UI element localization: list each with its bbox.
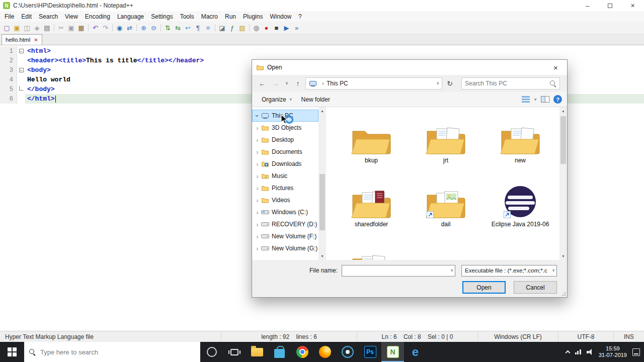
menu-file[interactable]: File (1, 11, 18, 22)
open-button[interactable]: Open (462, 281, 506, 294)
network-icon[interactable] (575, 349, 581, 354)
chevron-collapsed-icon[interactable]: › (254, 185, 261, 192)
scroll-down-icon[interactable]: ▼ (559, 252, 567, 260)
menu-plugins[interactable]: Plugins (239, 11, 266, 22)
sync-horizontal-scroll-icon[interactable]: ⇆ (173, 23, 183, 33)
file-name-input[interactable] (342, 267, 450, 274)
volume-icon[interactable] (587, 349, 593, 355)
preview-pane-button[interactable] (541, 96, 549, 103)
menu-tools[interactable]: Tools (177, 11, 198, 22)
taskbar-edge-button[interactable]: e (404, 342, 427, 362)
taskbar-search[interactable] (24, 342, 200, 362)
taskbar-clock[interactable]: 15:59 31-07-2019 (599, 345, 627, 358)
task-view-button[interactable] (223, 342, 246, 362)
up-button[interactable]: ↑ (292, 77, 304, 89)
print-icon[interactable]: ▤ (42, 23, 52, 33)
save-file-icon[interactable]: ◫ (22, 23, 32, 33)
copy-icon[interactable]: ▣ (66, 23, 76, 33)
chevron-expanded-icon[interactable]: › (254, 113, 261, 119)
tree-item-new-volume-f[interactable]: ›New Volume (F:) (252, 230, 318, 242)
indent-guide-icon[interactable]: ≡ (203, 23, 213, 33)
chevron-collapsed-icon[interactable]: › (254, 148, 261, 156)
stop-macro-icon[interactable]: ■ (272, 23, 281, 33)
chevron-collapsed-icon[interactable]: › (254, 160, 261, 168)
new-folder-button[interactable]: New folder (297, 94, 335, 106)
back-button[interactable]: ← (256, 77, 268, 89)
redo-icon[interactable]: ↷ (101, 23, 110, 33)
show-all-characters-icon[interactable]: ¶ (193, 23, 203, 33)
cancel-button[interactable]: Cancel (514, 281, 557, 294)
file-item-eclipse-java-2019-06[interactable]: Eclipse Java 2019-06 (485, 179, 555, 243)
tree-item-pictures[interactable]: ›Pictures (252, 182, 318, 194)
chevron-collapsed-icon[interactable]: › (254, 209, 261, 216)
chevron-collapsed-icon[interactable]: › (254, 233, 261, 240)
menu-edit[interactable]: Edit (18, 11, 35, 22)
chevron-collapsed-icon[interactable]: › (254, 136, 261, 144)
file-item-folder[interactable] (336, 243, 407, 260)
start-button[interactable] (0, 342, 24, 362)
file-type-dropdown-icon[interactable]: ∨ (552, 268, 555, 273)
chevron-collapsed-icon[interactable]: › (254, 197, 261, 204)
file-name-dropdown-icon[interactable]: ∨ (450, 268, 453, 273)
tree-item-music[interactable]: ›♪Music (252, 170, 318, 182)
record-macro-icon[interactable]: ● (262, 23, 271, 33)
forward-button[interactable]: → (270, 77, 282, 89)
help-button[interactable]: ? (553, 95, 562, 104)
tree-item-windows-c[interactable]: ›Windows (C:) (252, 206, 318, 218)
sidebar-scrollbar[interactable]: ▲ ▼ (318, 107, 326, 260)
sync-vertical-scroll-icon[interactable]: ⇅ (163, 23, 173, 33)
fold-marker-icon[interactable]: – (17, 46, 25, 56)
taskbar-chrome-button[interactable] (291, 342, 313, 362)
file-item-bkup[interactable]: bkup (336, 115, 407, 179)
scrollbar-track[interactable] (559, 115, 567, 252)
organize-button[interactable]: Organize∨ (257, 94, 297, 106)
menu-encoding[interactable]: Encoding (82, 11, 114, 22)
scroll-up-icon[interactable]: ▲ (559, 107, 567, 115)
file-item-jrt[interactable]: jrt (411, 115, 481, 179)
dialog-search-box[interactable] (461, 77, 560, 89)
replace-icon[interactable]: ⇄ (125, 23, 134, 33)
tree-item-downloads[interactable]: ›Downloads (252, 158, 318, 170)
menu-language[interactable]: Language (114, 11, 147, 22)
file-list-scrollbar[interactable]: ▲ ▼ (559, 107, 567, 260)
scroll-down-icon[interactable]: ▼ (318, 252, 326, 260)
word-wrap-icon[interactable]: ↩ (183, 23, 193, 33)
file-item-sharedfolder[interactable]: sharedfolder (336, 179, 407, 243)
close-button[interactable]: × (621, 0, 644, 11)
document-map-icon[interactable]: ◪ (217, 23, 227, 33)
tree-item-new-volume-g[interactable]: ›New Volume (G:) (252, 242, 318, 254)
chevron-collapsed-icon[interactable]: › (254, 124, 261, 132)
taskbar-firefox-button[interactable] (313, 342, 336, 362)
tab-close-icon[interactable]: ✕ (34, 37, 38, 43)
taskbar-file-explorer-button[interactable] (246, 342, 268, 362)
save-all-icon[interactable]: ◈ (32, 23, 42, 33)
chevron-collapsed-icon[interactable]: › (254, 221, 261, 228)
play-macro-icon[interactable]: ▶ (282, 23, 291, 33)
tree-item-recovery-d[interactable]: ›RECOVERY (D:) (252, 218, 318, 230)
tree-item-this-pc[interactable]: ›This PC (252, 110, 318, 122)
menu-help[interactable]: ? (295, 11, 305, 22)
dialog-title-bar[interactable]: Open × (252, 60, 567, 75)
taskbar-notepad-plus-plus-button[interactable]: N (381, 342, 404, 362)
scrollbar-thumb[interactable] (560, 116, 566, 164)
paste-icon[interactable]: ▦ (76, 23, 86, 33)
breadcrumb-location[interactable]: This PC (327, 80, 348, 87)
dialog-close-button[interactable]: × (544, 60, 567, 75)
run-macro-multiple-icon[interactable]: » (292, 23, 301, 33)
taskbar-photoshop-button[interactable]: Ps (359, 342, 381, 362)
file-item-dail[interactable]: dail (411, 179, 481, 243)
menu-search[interactable]: Search (35, 11, 61, 22)
cortana-button[interactable] (200, 342, 223, 362)
change-view-button[interactable] (522, 96, 530, 103)
tab-hello-html[interactable]: hello.html ✕ (2, 34, 42, 45)
title-bar[interactable]: N C:\Users\HP\Desktop\hello.html - Notep… (0, 0, 644, 11)
scroll-up-icon[interactable]: ▲ (318, 107, 326, 115)
cut-icon[interactable]: ✂ (56, 23, 66, 33)
folder-as-workspace-icon[interactable]: ▧ (237, 23, 247, 33)
file-name-combobox[interactable]: ∨ (342, 265, 455, 277)
tree-item-desktop[interactable]: ›Desktop (252, 134, 318, 146)
tree-item-documents[interactable]: ›Documents (252, 146, 318, 158)
zoom-out-icon[interactable]: ⊖ (149, 23, 158, 33)
function-list-icon[interactable]: ƒ (227, 23, 237, 33)
zoom-in-icon[interactable]: ⊕ (139, 23, 148, 33)
